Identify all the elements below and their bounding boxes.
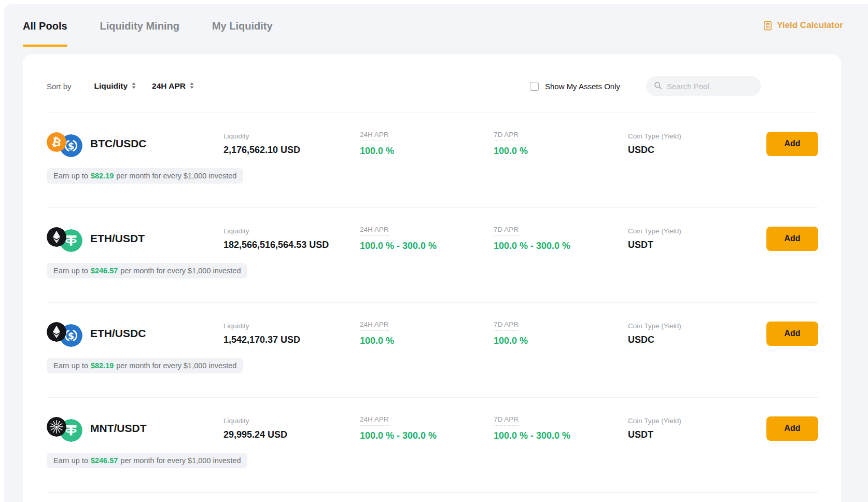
apr-24h-value: 100.0 % - 300.0 %: [360, 430, 494, 441]
tab-all-pools[interactable]: All Pools: [23, 19, 67, 47]
apr-7d-value: 100.0 %: [494, 336, 628, 346]
apr-7d-label[interactable]: 7D APR: [494, 131, 519, 141]
coin-type-label: Coin Type (Yield): [628, 417, 763, 425]
pair-icons: [47, 130, 84, 158]
mnt-icon: [47, 417, 66, 437]
apr-7d-cell: 7D APR 100.0 % - 300.0 %: [494, 226, 628, 252]
pool-row-eth-usdt: ETH/USDT Liquidity 182,566,516,564.53 US…: [47, 208, 818, 303]
calculator-icon: [763, 21, 773, 31]
yield-calculator-label: Yield Calculator: [777, 20, 843, 31]
apr-24h-label[interactable]: 24H APR: [360, 320, 389, 331]
apr-24h-value: 100.0 % - 300.0 %: [360, 241, 494, 252]
toolbar: Sort by Liquidity 24H APR Show My Assets…: [47, 54, 818, 113]
add-button[interactable]: Add: [766, 322, 818, 346]
yield-calculator-link[interactable]: Yield Calculator: [763, 19, 843, 31]
liquidity-label: Liquidity: [223, 322, 360, 330]
coin-type-cell: Coin Type (Yield) USDT: [628, 227, 763, 250]
search-pool-input[interactable]: [667, 82, 754, 91]
tab-my-liquidity[interactable]: My Liquidity: [212, 19, 273, 33]
apr-7d-value: 100.0 % - 300.0 %: [494, 430, 628, 441]
earn-amount: $246.57: [91, 267, 118, 275]
eth-icon: [47, 227, 66, 247]
earn-amount: $246.57: [91, 456, 118, 465]
tab-bar: All Pools Liquidity Mining My Liquidity …: [4, 4, 868, 47]
pools-card: Sort by Liquidity 24H APR Show My Assets…: [23, 54, 841, 502]
sort-by-liquidity[interactable]: Liquidity: [94, 81, 137, 91]
pool-row-eth-usdc: ETH/USDC Liquidity 1,542,170.37 USD 24H …: [47, 303, 818, 398]
coin-type-cell: Coin Type (Yield) USDT: [628, 417, 763, 440]
tab-label: My Liquidity: [212, 19, 273, 33]
show-my-assets-checkbox[interactable]: [530, 82, 539, 91]
liquidity-value: 29,995.24 USD: [223, 429, 360, 440]
pools-page: All Pools Liquidity Mining My Liquidity …: [4, 4, 868, 502]
coin-type-label: Coin Type (Yield): [628, 227, 763, 235]
apr-24h-cell: 24H APR 100.0 % - 300.0 %: [360, 226, 494, 252]
apr-24h-cell: 24H APR 100.0 %: [360, 320, 494, 346]
add-button[interactable]: Add: [766, 416, 818, 441]
add-button[interactable]: Add: [766, 227, 818, 251]
pool-row-btc-usdc: BTC/USDC Liquidity 2,176,562.10 USD 24H …: [47, 113, 818, 208]
tab-label: Liquidity Mining: [100, 19, 179, 33]
apr-24h-cell: 24H APR 100.0 % - 300.0 %: [360, 415, 494, 441]
coin-type-value: USDC: [628, 145, 763, 156]
pair-name: ETH/USDT: [90, 232, 145, 245]
earn-note: Earn up to $246.57 per month for every $…: [47, 263, 247, 278]
apr-24h-value: 100.0 %: [360, 146, 494, 157]
pair-icons: [47, 414, 84, 442]
coin-type-label: Coin Type (Yield): [628, 322, 763, 330]
toolbar-right: Show My Assets Only: [530, 76, 761, 96]
sort-arrows-icon: [189, 81, 194, 91]
pair-icons: [47, 319, 84, 347]
earn-amount: $82.19: [91, 172, 114, 180]
pair-name: ETH/USDC: [90, 327, 146, 340]
sort-arrows-icon: [131, 81, 136, 91]
liquidity-cell: Liquidity 1,542,170.37 USD: [223, 322, 360, 345]
active-tab-underline: [23, 45, 67, 47]
apr-24h-label[interactable]: 24H APR: [360, 131, 389, 141]
btc-icon: [47, 132, 66, 152]
coin-type-label: Coin Type (Yield): [628, 132, 763, 140]
liquidity-label: Liquidity: [223, 417, 360, 425]
coin-type-cell: Coin Type (Yield) USDC: [628, 322, 763, 345]
liquidity-value: 2,176,562.10 USD: [223, 145, 360, 156]
pair-cell: ETH/USDT: [47, 225, 223, 253]
apr-7d-label[interactable]: 7D APR: [494, 320, 519, 331]
earn-amount: $82.19: [91, 361, 114, 370]
liquidity-label: Liquidity: [223, 227, 360, 235]
apr-7d-cell: 7D APR 100.0 % - 300.0 %: [494, 415, 628, 441]
pair-name: BTC/USDC: [90, 137, 147, 150]
pair-cell: BTC/USDC: [47, 130, 223, 158]
coin-type-value: USDC: [628, 334, 763, 345]
apr-24h-value: 100.0 %: [360, 336, 494, 346]
liquidity-value: 182,566,516,564.53 USD: [223, 240, 360, 250]
liquidity-cell: Liquidity 29,995.24 USD: [223, 417, 360, 440]
apr-24h-label[interactable]: 24H APR: [360, 415, 389, 426]
coin-type-value: USDT: [628, 429, 763, 440]
tab-liquidity-mining[interactable]: Liquidity Mining: [100, 19, 179, 33]
liquidity-cell: Liquidity 2,176,562.10 USD: [223, 132, 360, 156]
liquidity-label: Liquidity: [223, 132, 360, 140]
pair-cell: MNT/USDT: [47, 414, 223, 442]
tab-label: All Pools: [23, 19, 67, 33]
apr-7d-cell: 7D APR 100.0 %: [494, 131, 628, 157]
coin-type-cell: Coin Type (Yield) USDC: [628, 132, 763, 156]
search-pool-box: [646, 76, 761, 96]
apr-7d-cell: 7D APR 100.0 %: [494, 320, 628, 346]
sort-by-24h-apr[interactable]: 24H APR: [152, 81, 194, 91]
add-button[interactable]: Add: [766, 132, 818, 156]
pair-cell: ETH/USDC: [47, 319, 223, 347]
liquidity-cell: Liquidity 182,566,516,564.53 USD: [223, 227, 360, 250]
pair-icons: [47, 225, 84, 253]
eth-icon: [47, 322, 66, 342]
pair-name: MNT/USDT: [90, 422, 147, 435]
apr-24h-cell: 24H APR 100.0 %: [360, 131, 494, 157]
apr-24h-label[interactable]: 24H APR: [360, 226, 389, 236]
apr-7d-label[interactable]: 7D APR: [494, 226, 519, 236]
show-my-assets-toggle: Show My Assets Only: [530, 82, 620, 91]
search-icon: [653, 81, 662, 92]
earn-note: Earn up to $82.19 per month for every $1…: [47, 168, 243, 184]
sort-by-label: Sort by: [47, 82, 72, 91]
apr-7d-label[interactable]: 7D APR: [494, 415, 519, 426]
pool-row-mnt-usdt: MNT/USDT Liquidity 29,995.24 USD 24H APR…: [47, 398, 818, 493]
show-my-assets-label[interactable]: Show My Assets Only: [545, 82, 620, 91]
